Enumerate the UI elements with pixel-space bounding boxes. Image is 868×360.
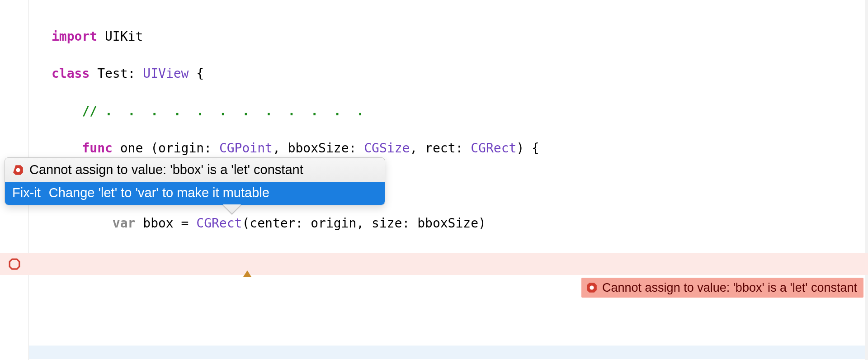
inline-error-text: Cannot assign to value: 'bbox' is a 'let… — [602, 281, 857, 295]
keyword-func: func — [82, 141, 112, 156]
superclass-name: UIView — [143, 66, 189, 81]
svg-point-1 — [16, 168, 20, 172]
inline-error-banner[interactable]: Cannot assign to value: 'bbox' is a 'let… — [581, 278, 863, 298]
svg-point-0 — [590, 285, 594, 289]
type-cgrect2: CGRect — [196, 216, 242, 231]
keyword-import: import — [52, 29, 97, 44]
keyword-var: var — [113, 216, 136, 231]
class-name: Test — [97, 66, 127, 81]
error-popover[interactable]: Cannot assign to value: 'bbox' is a 'let… — [5, 157, 385, 205]
type-cgpoint: CGPoint — [219, 141, 273, 156]
error-icon[interactable] — [9, 258, 20, 270]
popover-tail — [222, 205, 242, 215]
fixit-text: Change 'let' to 'var' to make it mutable — [49, 185, 269, 200]
code-editor[interactable]: import UIKit class Test: UIView { // . .… — [0, 0, 868, 360]
popover-error-row: Cannot assign to value: 'bbox' is a 'let… — [5, 158, 385, 182]
scrollbar-track[interactable] — [865, 0, 868, 360]
type-cgsize: CGSize — [364, 141, 410, 156]
popover-fixit-row[interactable]: Fix-it Change 'let' to 'var' to make it … — [5, 182, 385, 205]
popover-error-text: Cannot assign to value: 'bbox' is a 'let… — [29, 162, 303, 177]
type-cgrect: CGRect — [471, 141, 516, 156]
error-icon — [586, 282, 598, 294]
keyword-class: class — [52, 66, 90, 81]
comment: // . . . . . . . . . . . . — [82, 104, 364, 118]
error-icon — [12, 164, 24, 176]
module-name: UIKit — [105, 29, 143, 44]
fixit-label: Fix-it — [12, 185, 41, 200]
fixit-caret-icon — [243, 270, 251, 277]
